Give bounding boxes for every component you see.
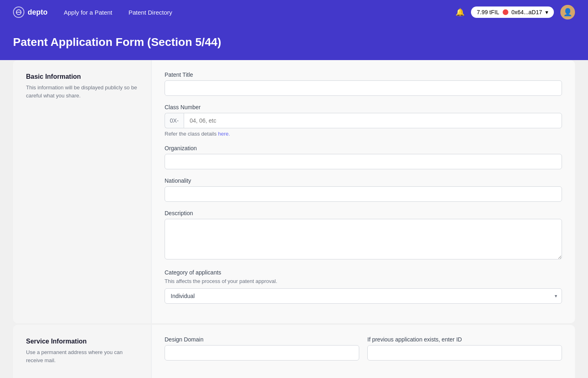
prev-application-input[interactable] — [367, 345, 562, 361]
navbar-right: 🔔 7.99 tFIL 0x64...aD17 ▾ 👤 — [456, 5, 575, 19]
service-information-section: Service Information Use a permanent addr… — [13, 325, 575, 378]
nationality-input[interactable] — [165, 186, 562, 202]
logo-icon — [13, 6, 24, 18]
design-domain-group: Design Domain — [165, 336, 359, 361]
nationality-label: Nationality — [165, 177, 562, 184]
navbar-left: depto Apply for a Patent Patent Director… — [13, 6, 172, 18]
main-content: Basic Information This information will … — [0, 60, 588, 378]
nationality-group: Nationality — [165, 177, 562, 202]
organization-group: Organization — [165, 145, 562, 169]
description-label: Description — [165, 210, 562, 216]
logo-text: depto — [28, 8, 48, 17]
class-number-input[interactable] — [184, 113, 562, 128]
description-textarea[interactable] — [165, 219, 562, 259]
class-number-label: Class Number — [165, 104, 562, 110]
prev-application-label: If previous application exists, enter ID — [367, 336, 562, 343]
nav-apply-patent[interactable]: Apply for a Patent — [64, 9, 112, 16]
wallet-balance: 7.99 tFIL — [477, 9, 499, 15]
service-information-desc: Use a permanent address where you can re… — [26, 348, 138, 364]
category-group: Category of applicants This affects the … — [165, 269, 562, 304]
basic-information-desc: This information will be displayed publi… — [26, 84, 138, 99]
bell-icon[interactable]: 🔔 — [456, 8, 464, 17]
category-select[interactable]: Individual Organization Government — [165, 288, 562, 304]
class-prefix: 0X- — [165, 113, 184, 128]
page-title: Patent Application Form (Section 5/44) — [13, 36, 575, 49]
basic-information-left: Basic Information This information will … — [13, 60, 151, 323]
category-select-wrapper: Individual Organization Government ▾ — [165, 288, 562, 304]
class-hint: Refer the class details here. — [165, 131, 562, 137]
service-information-left: Service Information Use a permanent addr… — [13, 325, 151, 378]
patent-title-input[interactable] — [165, 80, 562, 96]
wallet-button[interactable]: 7.99 tFIL 0x64...aD17 ▾ — [471, 6, 554, 18]
wallet-chevron-icon: ▾ — [545, 9, 548, 15]
basic-information-title: Basic Information — [26, 73, 138, 80]
logo[interactable]: depto — [13, 6, 48, 18]
organization-label: Organization — [165, 145, 562, 151]
patent-title-label: Patent Title — [165, 71, 562, 78]
wallet-address: 0x64...aD17 — [512, 9, 542, 15]
class-number-row: 0X- — [165, 113, 562, 128]
class-hint-text: Refer the class details — [165, 131, 218, 137]
basic-information-section: Basic Information This information will … — [13, 60, 575, 323]
patent-title-group: Patent Title — [165, 71, 562, 96]
category-label: Category of applicants — [165, 269, 562, 276]
avatar[interactable]: 👤 — [560, 5, 575, 19]
prev-application-group: If previous application exists, enter ID — [367, 336, 562, 361]
category-desc: This affects the process of your patent … — [165, 278, 562, 284]
class-hint-link[interactable]: here. — [218, 131, 230, 137]
service-information-title: Service Information — [26, 338, 138, 345]
service-information-right: Design Domain If previous application ex… — [151, 325, 575, 378]
navbar: depto Apply for a Patent Patent Director… — [0, 0, 588, 24]
service-fields-row: Design Domain If previous application ex… — [165, 336, 562, 369]
design-domain-input[interactable] — [165, 345, 359, 361]
description-group: Description — [165, 210, 562, 261]
wallet-status-dot — [503, 9, 508, 15]
nav-patent-directory[interactable]: Patent Directory — [128, 9, 172, 16]
organization-input[interactable] — [165, 154, 562, 169]
design-domain-label: Design Domain — [165, 336, 359, 343]
basic-information-right: Patent Title Class Number 0X- Refer the … — [151, 60, 575, 323]
class-number-group: Class Number 0X- Refer the class details… — [165, 104, 562, 137]
